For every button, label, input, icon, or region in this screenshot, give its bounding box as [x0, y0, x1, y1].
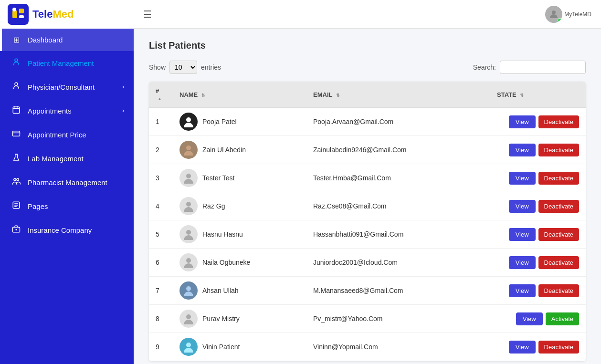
view-button[interactable]: View — [509, 341, 536, 354]
lab-icon — [11, 153, 21, 164]
row-number: 3 — [149, 164, 173, 192]
patient-name: Ahsan Ullah — [202, 287, 239, 294]
search-label: Search: — [473, 63, 496, 71]
page-title: List Patients — [149, 40, 586, 51]
table-controls: Show 10 25 50 100 entries Search: — [149, 61, 586, 74]
row-name-cell: Purav Mistry — [173, 305, 306, 333]
pharmacist-icon — [11, 177, 21, 187]
row-name-cell: Raz Gg — [173, 192, 306, 220]
svg-rect-11 — [13, 131, 20, 136]
svg-rect-1 — [12, 10, 17, 18]
deactivate-button[interactable]: Deactivate — [538, 256, 579, 269]
hamburger-menu[interactable]: ☰ — [143, 9, 152, 20]
row-email: M.Manansaeed8@Gmail.Com — [306, 277, 490, 305]
sidebar-item-appointments[interactable]: Appointments › — [0, 99, 134, 123]
svg-rect-3 — [19, 15, 24, 18]
sidebar-item-label: Patient Management — [28, 59, 94, 67]
sidebar-item-patient-management[interactable]: Patient Management — [0, 51, 134, 75]
user-label: MyTeleMD — [564, 11, 591, 18]
sidebar-item-insurance[interactable]: Insurance Company — [0, 218, 134, 242]
patient-cell: Zain Ul Abedin — [179, 141, 300, 159]
sidebar-item-appointment-price[interactable]: Appointment Price — [0, 123, 134, 146]
row-number: 7 — [149, 277, 173, 305]
svg-rect-2 — [19, 9, 24, 13]
patient-cell: Ahsan Ullah — [179, 281, 300, 300]
row-name-cell: Pooja Patel — [173, 108, 306, 136]
sidebar-item-label: Dashboard — [28, 36, 63, 44]
patient-avatar — [179, 169, 198, 187]
svg-point-4 — [12, 8, 16, 11]
deactivate-button[interactable]: Deactivate — [538, 144, 579, 156]
row-number: 6 — [149, 249, 173, 277]
col-header-email: EMAIL ⇅ — [306, 82, 490, 108]
entries-select[interactable]: 10 25 50 100 — [169, 61, 197, 74]
show-entries: Show 10 25 50 100 entries — [149, 61, 221, 74]
view-button[interactable]: View — [509, 256, 536, 269]
table-row: 7Ahsan UllahM.Manansaeed8@Gmail.ComViewD… — [149, 277, 586, 305]
table-row: 8Purav MistryPv_mistrt@Yahoo.ComViewActi… — [149, 305, 586, 333]
svg-point-26 — [186, 202, 191, 207]
table-row: 3Tester TestTester.Hmba@Gmail.ComViewDea… — [149, 164, 586, 192]
topbar-right: MyTeleMD — [545, 6, 591, 23]
deactivate-button[interactable]: Deactivate — [538, 228, 579, 241]
pages-icon — [11, 201, 21, 211]
action-buttons: ViewDeactivate — [497, 200, 579, 213]
user-avatar[interactable] — [545, 6, 562, 23]
activate-button[interactable]: Activate — [546, 312, 579, 325]
sidebar-item-pages[interactable]: Pages — [0, 194, 134, 218]
row-email: Pooja.Arvaan@Gmail.Com — [306, 108, 490, 136]
svg-point-31 — [186, 343, 191, 347]
view-button[interactable]: View — [509, 228, 536, 241]
deactivate-button[interactable]: Deactivate — [538, 172, 579, 185]
action-buttons: ViewDeactivate — [497, 172, 579, 185]
table-row: 4Raz GgRaz.Cse08@Gmail.ComViewDeactivate — [149, 192, 586, 220]
logo-text: TeleMed — [32, 8, 74, 21]
deactivate-button[interactable]: Deactivate — [538, 341, 579, 354]
row-number: 2 — [149, 136, 173, 164]
patient-avatar — [179, 310, 198, 328]
patient-cell: Vinin Patient — [179, 338, 300, 356]
patient-cell: Tester Test — [179, 169, 300, 187]
row-email: Juniordoc2001@Icloud.Com — [306, 249, 490, 277]
action-buttons: ViewDeactivate — [497, 341, 579, 354]
patient-avatar — [179, 113, 198, 131]
deactivate-button[interactable]: Deactivate — [538, 115, 579, 128]
search-box: Search: — [473, 61, 586, 74]
svg-point-6 — [15, 83, 18, 85]
svg-point-23 — [186, 117, 191, 122]
svg-point-13 — [14, 178, 16, 181]
patient-avatar — [179, 197, 198, 215]
row-number: 8 — [149, 305, 173, 333]
row-number: 9 — [149, 333, 173, 361]
sidebar-item-dashboard[interactable]: ⊞ Dashboard — [0, 29, 134, 51]
table-row: 2Zain Ul AbedinZainulabedin9246@Gmail.Co… — [149, 136, 586, 164]
col-header-state: STATE ⇅ — [490, 82, 586, 108]
view-button[interactable]: View — [509, 200, 536, 213]
sidebar-item-physician[interactable]: Physician/Consultant › — [0, 75, 134, 99]
svg-point-29 — [186, 286, 191, 291]
price-icon — [11, 129, 21, 140]
sidebar-item-lab[interactable]: Lab Management — [0, 146, 134, 170]
insurance-icon — [11, 225, 21, 235]
sort-arrows-name: ⇅ — [201, 94, 205, 98]
view-button[interactable]: View — [509, 284, 536, 297]
sidebar-item-label: Appointment Price — [28, 131, 86, 139]
search-input[interactable] — [500, 61, 586, 74]
patients-table: # ▲ NAME ⇅ EMAIL ⇅ STATE ⇅ 1Pooja PatelP… — [149, 82, 586, 361]
svg-point-30 — [186, 314, 191, 319]
deactivate-button[interactable]: Deactivate — [538, 284, 579, 297]
view-button[interactable]: View — [509, 115, 536, 128]
deactivate-button[interactable]: Deactivate — [538, 200, 579, 213]
sidebar-item-pharmacist[interactable]: Pharmacist Management — [0, 170, 134, 194]
main-area: ☰ MyTeleMD List Patients Show 10 25 50 — [134, 0, 601, 364]
action-buttons: ViewDeactivate — [497, 284, 579, 297]
view-button[interactable]: View — [509, 172, 536, 185]
table-body: 1Pooja PatelPooja.Arvaan@Gmail.ComViewDe… — [149, 108, 586, 361]
patient-cell: Hasnu Hasnu — [179, 225, 300, 243]
sort-arrows-num: ▲ — [158, 97, 162, 101]
view-button[interactable]: View — [516, 312, 543, 325]
sort-arrows-email: ⇅ — [336, 94, 340, 98]
patient-cell: Raz Gg — [179, 197, 300, 215]
action-buttons: ViewDeactivate — [497, 228, 579, 241]
view-button[interactable]: View — [509, 144, 536, 156]
